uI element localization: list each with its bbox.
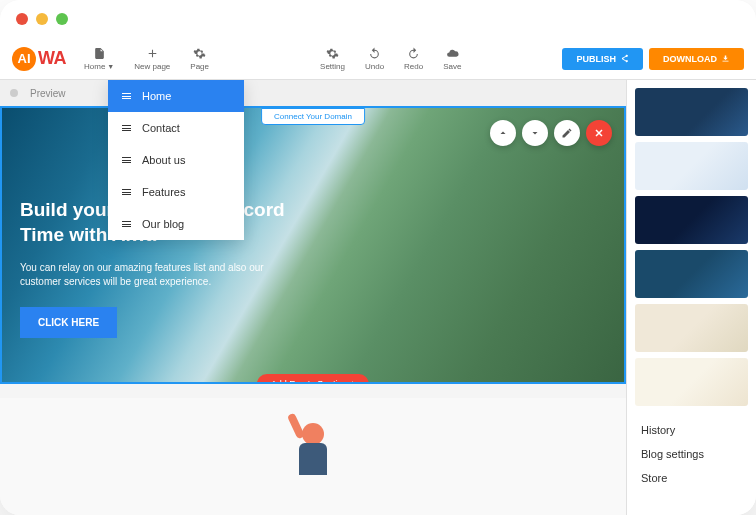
sidebar-link-blog-settings[interactable]: Blog settings	[639, 442, 744, 466]
brand-logo[interactable]: AI WA	[12, 47, 66, 71]
dropdown-item-home[interactable]: Home	[108, 80, 244, 112]
close-icon	[593, 127, 605, 139]
canvas-area: Preview Home Contact	[0, 80, 626, 515]
new-page-button[interactable]: New page	[124, 45, 180, 73]
new-page-label: New page	[134, 62, 170, 71]
app-window: AI WA Home▼ New page Page Setting Undo	[0, 0, 756, 515]
template-thumb[interactable]	[635, 196, 748, 244]
hero-section[interactable]: Connect Your Domain Build your Website i…	[0, 106, 626, 384]
page-label: Page	[190, 62, 209, 71]
redo-icon	[407, 47, 420, 60]
connect-domain-button[interactable]: Connect Your Domain	[261, 108, 365, 125]
dropdown-label: Features	[142, 186, 185, 198]
move-down-button[interactable]	[522, 120, 548, 146]
download-button[interactable]: DOWNLOAD	[649, 48, 744, 70]
save-label: Save	[443, 62, 461, 71]
download-label: DOWNLOAD	[663, 54, 717, 64]
dropdown-label: About us	[142, 154, 185, 166]
minimize-window-icon[interactable]	[36, 13, 48, 25]
preview-bar: Preview	[0, 80, 626, 106]
section-controls	[490, 120, 612, 146]
undo-icon	[368, 47, 381, 60]
dropdown-item-blog[interactable]: Our blog	[108, 208, 244, 240]
undo-label: Undo	[365, 62, 384, 71]
publish-label: PUBLISH	[576, 54, 616, 64]
below-hero-section	[0, 398, 626, 515]
hamburger-icon	[122, 93, 132, 99]
close-window-icon[interactable]	[16, 13, 28, 25]
sidebar-links: History Blog settings Store	[635, 412, 748, 496]
preview-label: Preview	[30, 88, 66, 99]
setting-button[interactable]: Setting	[310, 45, 355, 73]
hamburger-icon	[122, 125, 132, 131]
preview-dot-icon	[10, 89, 18, 97]
hamburger-icon	[122, 157, 132, 163]
pencil-icon	[561, 127, 573, 139]
hamburger-icon	[122, 189, 132, 195]
download-icon	[721, 54, 730, 63]
dropdown-label: Home	[142, 90, 171, 102]
template-thumb[interactable]	[635, 250, 748, 298]
publish-button[interactable]: PUBLISH	[562, 48, 643, 70]
dropdown-item-about[interactable]: About us	[108, 144, 244, 176]
save-button[interactable]: Save	[433, 45, 471, 73]
maximize-window-icon[interactable]	[56, 13, 68, 25]
redo-button[interactable]: Redo	[394, 45, 433, 73]
toolbar-center: Setting Undo Redo Save	[219, 45, 562, 73]
logo-badge: AI	[12, 47, 36, 71]
sidebar-link-history[interactable]: History	[639, 418, 744, 442]
main-toolbar: AI WA Home▼ New page Page Setting Undo	[0, 38, 756, 80]
template-thumb[interactable]	[635, 88, 748, 136]
sidebar-link-store[interactable]: Store	[639, 466, 744, 490]
dropdown-label: Our blog	[142, 218, 184, 230]
chevron-down-icon	[529, 127, 541, 139]
chevron-up-icon	[497, 127, 509, 139]
caret-down-icon: ▼	[107, 63, 114, 70]
page-dropdown: Home Contact About us Features Our blog	[108, 80, 244, 240]
dropdown-item-features[interactable]: Features	[108, 176, 244, 208]
gear-icon	[193, 47, 206, 60]
person-illustration	[288, 423, 338, 493]
page-button[interactable]: Page	[180, 45, 219, 73]
dropdown-label: Contact	[142, 122, 180, 134]
move-up-button[interactable]	[490, 120, 516, 146]
home-menu-button[interactable]: Home▼	[74, 45, 124, 73]
content-area: Preview Home Contact	[0, 80, 756, 515]
template-thumb[interactable]	[635, 304, 748, 352]
hero-subtitle[interactable]: You can relay on our amazing features li…	[20, 261, 300, 289]
undo-button[interactable]: Undo	[355, 45, 394, 73]
delete-section-button[interactable]	[586, 120, 612, 146]
gear-icon	[326, 47, 339, 60]
hamburger-icon	[122, 221, 132, 227]
right-sidebar: History Blog settings Store	[626, 80, 756, 515]
edit-section-button[interactable]	[554, 120, 580, 146]
home-label: Home	[84, 62, 105, 71]
toolbar-right: PUBLISH DOWNLOAD	[562, 48, 744, 70]
dropdown-item-contact[interactable]: Contact	[108, 112, 244, 144]
logo-text: WA	[38, 48, 66, 69]
file-icon	[93, 47, 106, 60]
window-titlebar	[0, 0, 756, 38]
template-thumb[interactable]	[635, 142, 748, 190]
plus-icon	[146, 47, 159, 60]
add-section-button[interactable]: Add Empty Section +	[257, 374, 369, 384]
setting-label: Setting	[320, 62, 345, 71]
redo-label: Redo	[404, 62, 423, 71]
template-thumb[interactable]	[635, 358, 748, 406]
hero-cta-button[interactable]: CLICK HERE	[20, 307, 117, 338]
cloud-icon	[446, 47, 459, 60]
share-icon	[620, 54, 629, 63]
